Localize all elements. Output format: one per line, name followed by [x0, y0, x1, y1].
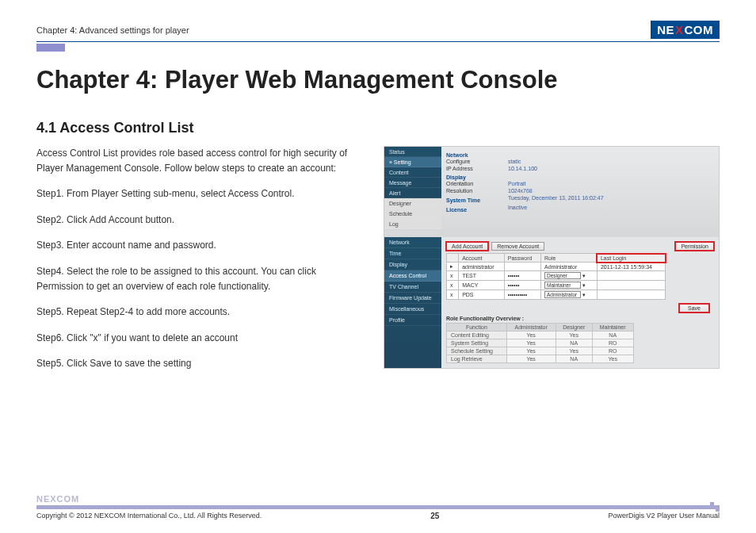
step-5: Step5. Repeat Step2-4 to add more accoun…	[36, 305, 361, 320]
info-row: IP Address10.14.1.100	[446, 165, 714, 172]
sidebar-item-log[interactable]: Log	[384, 219, 441, 229]
screenshot-figure: Status » Setting Content Message Alert D…	[384, 146, 720, 382]
page-footer: NEXCOM Copyright © 2012 NEXCOM Internati…	[36, 494, 720, 520]
license-header: License	[446, 207, 508, 213]
overview-heading: Role Functionality Overview :	[446, 316, 714, 321]
table-row: x MACY •••••• Maintainer ▾	[447, 281, 666, 290]
accounts-table: Account Password Role Last Login ▸ admin…	[446, 253, 666, 300]
header-rule	[36, 41, 720, 42]
network-header: Network	[446, 152, 714, 158]
sub-item-misc[interactable]: Miscellaneous	[384, 304, 441, 315]
remove-account-button[interactable]: Remove Account	[491, 242, 544, 251]
body-text: Access Control List provides role based …	[36, 146, 361, 382]
sidebar-item-alert[interactable]: Alert	[384, 188, 441, 198]
page-tab-marker	[36, 44, 65, 52]
display-header: Display	[446, 174, 714, 180]
footer-bar	[36, 505, 720, 509]
sub-item-firmware[interactable]: Firmware Update	[384, 293, 441, 304]
section-heading: 4.1 Access Control List	[36, 120, 720, 136]
sub-item-profile[interactable]: Profile	[384, 315, 441, 326]
role-select[interactable]: Designer	[544, 272, 581, 279]
settings-sidebar: Network Time Display Access Control TV C…	[384, 237, 441, 368]
step-7: Step5. Click Save to save the setting	[36, 356, 361, 371]
sidebar-item-content[interactable]: Content	[384, 167, 441, 178]
info-row: Configurestatic	[446, 158, 714, 165]
permission-button[interactable]: Permission	[675, 242, 714, 251]
sidebar-item-schedule[interactable]: Schedule	[384, 209, 441, 219]
sidebar-item-status[interactable]: Status	[384, 147, 441, 157]
role-select[interactable]: Maintainer	[544, 282, 581, 289]
role-overview-table: Function Administrator Designer Maintain…	[446, 323, 634, 363]
step-6: Step6. Click "x" if you want to delete a…	[36, 331, 361, 346]
step-4: Step4. Select the role to be assigned to…	[36, 264, 361, 293]
info-row: OrientationPortrait	[446, 180, 714, 187]
intro-paragraph: Access Control List provides role based …	[36, 146, 361, 175]
sidebar-item-setting[interactable]: » Setting	[384, 157, 441, 167]
step-1: Step1. From Player Setting sub-menu, sel…	[36, 186, 361, 201]
add-account-button[interactable]: Add Account	[446, 242, 488, 251]
doc-title: PowerDigis V2 Player User Manual	[608, 512, 720, 520]
info-row: Resolution1024x768	[446, 187, 714, 194]
nexcom-logo: NEXCOM	[651, 21, 720, 39]
sidebar-item-message[interactable]: Message	[384, 178, 441, 188]
info-panel: Network Configurestatic IP Address10.14.…	[441, 147, 719, 229]
sub-item-time[interactable]: Time	[384, 248, 441, 259]
page-header: Chapter 4: Advanced settings for player …	[36, 21, 720, 39]
sub-item-tv-channel[interactable]: TV Channel	[384, 282, 441, 293]
sub-item-access-control[interactable]: Access Control	[384, 270, 441, 282]
step-3: Step3. Enter account name and password.	[36, 238, 361, 253]
logo-text-pre: NE	[657, 23, 674, 36]
chapter-label: Chapter 4: Advanced settings for player	[36, 25, 189, 35]
systime-header: System Time	[446, 197, 508, 203]
table-row: x TEST •••••• Designer ▾	[447, 271, 666, 281]
logo-text-x: X	[675, 23, 684, 36]
main-sidebar: Status » Setting Content Message Alert D…	[384, 147, 441, 229]
page-title: Chapter 4: Player Web Management Console	[36, 66, 720, 94]
table-row: x PDS •••••••••• Administrator ▾	[447, 290, 666, 300]
copyright-text: Copyright © 2012 NEXCOM International Co…	[36, 512, 262, 520]
logo-text-post: COM	[685, 23, 714, 36]
sub-item-display[interactable]: Display	[384, 259, 441, 270]
sub-item-network[interactable]: Network	[384, 237, 441, 248]
footer-logo: NEXCOM	[36, 494, 720, 504]
role-select[interactable]: Administrator	[544, 291, 581, 298]
sidebar-item-designer[interactable]: Designer	[384, 198, 441, 209]
page-number: 25	[430, 512, 439, 520]
table-row: ▸ administrator Administrator 2011-12-13…	[447, 263, 666, 271]
save-button[interactable]: Save	[679, 304, 709, 313]
step-2: Step2. Click Add Account button.	[36, 213, 361, 228]
